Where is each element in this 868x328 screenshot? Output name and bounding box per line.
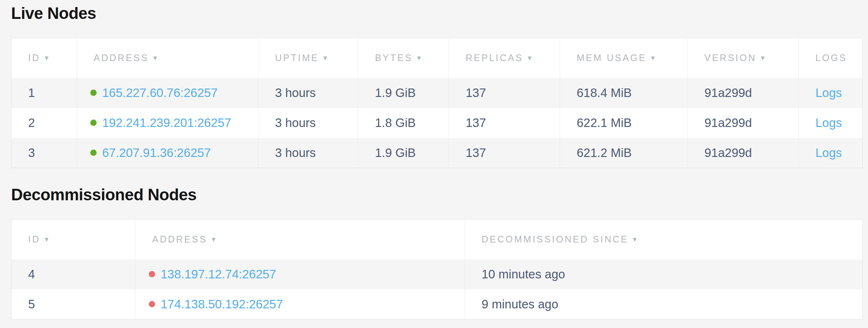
node-address-cell: 192.241.239.201:26257 [77, 108, 258, 138]
node-bytes-cell: 1.9 GiB [358, 78, 449, 108]
table-row: 3 67.207.91.36:26257 3 hours 1.9 GiB 137… [11, 138, 863, 168]
node-logs-cell: Logs [799, 138, 863, 168]
decommissioned-since-cell: 9 minutes ago [465, 289, 863, 319]
sort-arrow-icon: ▾ [45, 54, 48, 62]
node-id-cell: 4 [11, 260, 135, 289]
node-id-cell: 5 [11, 289, 135, 319]
node-bytes-cell: 1.9 GiB [358, 138, 449, 168]
node-logs-cell: Logs [799, 108, 863, 138]
logs-link[interactable]: Logs [815, 86, 842, 100]
live-nodes-table: ID▾ ADDRESS▾ UPTIME▾ BYTES▾ REPLICAS▾ [11, 38, 863, 168]
col-header-id[interactable]: ID▾ [11, 220, 135, 260]
table-row: 2 192.241.239.201:26257 3 hours 1.8 GiB … [11, 108, 863, 138]
col-header-mem-usage[interactable]: MEM USAGE▾ [560, 38, 688, 78]
decommissioned-since-cell: 10 minutes ago [465, 260, 863, 289]
live-nodes-title: Live Nodes [11, 4, 862, 23]
live-status-dot-icon [90, 90, 97, 96]
logs-link[interactable]: Logs [815, 146, 842, 160]
node-address-link[interactable]: 165.227.60.76:26257 [102, 86, 218, 100]
sort-arrow-icon: ▾ [323, 54, 327, 62]
col-header-version[interactable]: VERSION▾ [688, 38, 799, 78]
node-version-cell: 91a299d [688, 108, 799, 138]
col-header-address-label: ADDRESS [152, 234, 207, 244]
col-header-address[interactable]: ADDRESS▾ [135, 220, 465, 260]
node-mem-usage-cell: 618.4 MiB [560, 78, 688, 108]
sort-arrow-icon: ▾ [651, 54, 655, 62]
node-address-link[interactable]: 192.241.239.201:26257 [102, 116, 231, 130]
node-address-cell: 67.207.91.36:26257 [77, 138, 258, 168]
col-header-version-label: VERSION [704, 53, 757, 63]
col-header-id[interactable]: ID▾ [11, 38, 77, 78]
sort-arrow-icon: ▾ [212, 235, 215, 243]
node-uptime-cell: 3 hours [258, 78, 358, 108]
decommissioned-nodes-section: Decommissioned Nodes ID▾ ADDRESS▾ DECOMM… [11, 185, 862, 319]
node-uptime-cell: 3 hours [258, 138, 358, 168]
nodes-overview-page: Live Nodes ID▾ ADDRESS▾ UPTIME▾ [0, 0, 868, 319]
col-header-replicas[interactable]: REPLICAS▾ [449, 38, 560, 78]
live-status-dot-icon [90, 120, 97, 126]
node-mem-usage-cell: 622.1 MiB [560, 108, 688, 138]
col-header-logs: LOGS [799, 38, 863, 78]
table-row: 4 138.197.12.74:26257 10 minutes ago [11, 260, 863, 289]
sort-arrow-icon: ▾ [761, 54, 765, 62]
live-status-dot-icon [90, 150, 97, 156]
col-header-mem-usage-label: MEM USAGE [577, 53, 647, 63]
node-logs-cell: Logs [799, 78, 863, 108]
sort-arrow-icon: ▾ [417, 54, 421, 62]
node-uptime-cell: 3 hours [258, 108, 358, 138]
node-address-cell: 174.138.50.192:26257 [135, 289, 465, 319]
col-header-decommissioned-since-label: DECOMMISSIONED SINCE [482, 234, 629, 244]
node-bytes-cell: 1.8 GiB [358, 108, 449, 138]
decommissioned-nodes-table: ID▾ ADDRESS▾ DECOMMISSIONED SINCE▾ 4 138… [11, 219, 863, 319]
col-header-decommissioned-since[interactable]: DECOMMISSIONED SINCE▾ [465, 220, 863, 260]
sort-arrow-icon: ▾ [528, 54, 532, 62]
node-address-cell: 165.227.60.76:26257 [77, 78, 258, 108]
live-nodes-section: Live Nodes ID▾ ADDRESS▾ UPTIME▾ [11, 4, 862, 168]
live-nodes-header-row: ID▾ ADDRESS▾ UPTIME▾ BYTES▾ REPLICAS▾ [11, 38, 863, 78]
col-header-bytes-label: BYTES [375, 53, 413, 63]
col-header-uptime[interactable]: UPTIME▾ [258, 38, 358, 78]
col-header-address-label: ADDRESS [94, 53, 149, 63]
node-mem-usage-cell: 621.2 MiB [560, 138, 688, 168]
node-version-cell: 91a299d [688, 78, 799, 108]
col-header-uptime-label: UPTIME [275, 53, 319, 63]
sort-arrow-icon: ▾ [45, 235, 48, 243]
table-row: 5 174.138.50.192:26257 9 minutes ago [11, 289, 863, 319]
table-row: 1 165.227.60.76:26257 3 hours 1.9 GiB 13… [11, 78, 863, 108]
col-header-address[interactable]: ADDRESS▾ [77, 38, 258, 78]
node-address-cell: 138.197.12.74:26257 [135, 260, 465, 289]
decommissioned-status-dot-icon [149, 301, 155, 307]
node-id-cell: 2 [11, 108, 77, 138]
node-replicas-cell: 137 [449, 138, 560, 168]
sort-arrow-icon: ▾ [153, 54, 157, 62]
node-replicas-cell: 137 [449, 108, 560, 138]
col-header-replicas-label: REPLICAS [466, 53, 523, 63]
node-address-link[interactable]: 138.197.12.74:26257 [161, 267, 276, 281]
col-header-logs-label: LOGS [815, 53, 847, 63]
col-header-id-label: ID [28, 234, 40, 244]
decommissioned-nodes-header-row: ID▾ ADDRESS▾ DECOMMISSIONED SINCE▾ [11, 220, 863, 260]
decommissioned-status-dot-icon [149, 271, 155, 277]
node-address-link[interactable]: 67.207.91.36:26257 [102, 146, 211, 160]
sort-arrow-icon: ▾ [633, 235, 637, 243]
node-address-link[interactable]: 174.138.50.192:26257 [161, 297, 283, 311]
node-version-cell: 91a299d [688, 138, 799, 168]
node-replicas-cell: 137 [449, 78, 560, 108]
logs-link[interactable]: Logs [815, 116, 842, 130]
decommissioned-nodes-title: Decommissioned Nodes [11, 185, 862, 204]
col-header-bytes[interactable]: BYTES▾ [358, 38, 449, 78]
node-id-cell: 1 [11, 78, 77, 108]
node-id-cell: 3 [11, 138, 77, 168]
col-header-id-label: ID [28, 53, 40, 63]
